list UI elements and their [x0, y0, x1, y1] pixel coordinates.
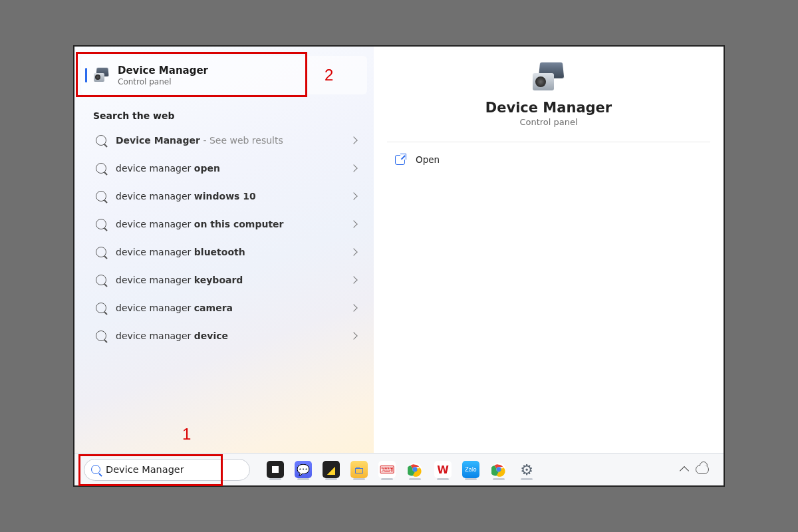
open-icon	[395, 155, 405, 165]
web-result-text: device manager keyboard	[116, 275, 351, 285]
web-result-text: device manager device	[116, 331, 351, 341]
web-result-row[interactable]: Device Manager - See web results	[80, 126, 368, 154]
task-view-icon	[267, 461, 284, 478]
taskbar-chrome2[interactable]	[487, 458, 511, 481]
app-unikey-icon: ⌨	[378, 461, 396, 478]
onedrive-icon[interactable]	[696, 465, 709, 474]
chevron-right-icon	[350, 276, 357, 283]
open-label: Open	[416, 154, 440, 165]
detail-subtitle: Control panel	[374, 117, 724, 127]
app-chat-icon: 💬	[295, 461, 312, 478]
search-icon	[96, 275, 106, 285]
taskbar-zalo[interactable]: Zalo	[459, 458, 483, 481]
search-icon	[96, 219, 106, 229]
results-column: Device Manager Control panel 2 Search th…	[74, 47, 374, 454]
device-manager-icon-large	[530, 61, 567, 93]
best-match-title: Device Manager	[118, 65, 358, 76]
web-results-list: Device Manager - See web resultsdevice m…	[74, 126, 374, 350]
wps-icon: W	[434, 461, 452, 478]
device-manager-icon	[92, 67, 111, 83]
web-result-text: device manager on this computer	[116, 219, 351, 229]
taskbar: 💬◢🗀⌨WZalo⚙	[74, 453, 724, 485]
chevron-right-icon	[350, 192, 357, 200]
app-note-icon: ◢	[323, 461, 340, 478]
chevron-right-icon	[350, 164, 357, 172]
web-result-text: Device Manager - See web results	[116, 135, 351, 146]
screenshot-frame: Device Manager Control panel 2 Search th…	[73, 45, 725, 487]
chevron-right-icon	[350, 248, 357, 255]
chrome-icon	[406, 461, 424, 478]
detail-title: Device Manager	[374, 100, 724, 116]
taskbar-settings[interactable]: ⚙	[515, 458, 539, 481]
web-result-row[interactable]: device manager on this computer	[80, 210, 368, 238]
web-result-text: device manager camera	[116, 303, 351, 313]
chevron-right-icon	[350, 220, 357, 227]
annotation-number-1: 1	[182, 425, 191, 444]
search-icon	[96, 163, 106, 174]
taskbar-app-unikey[interactable]: ⌨	[375, 458, 399, 481]
web-result-text: device manager windows 10	[116, 191, 351, 201]
best-match-result[interactable]: Device Manager Control panel 2	[81, 56, 367, 94]
settings-icon: ⚙	[518, 461, 535, 478]
search-icon	[91, 465, 100, 474]
detail-column: Device Manager Control panel Open	[374, 47, 724, 454]
taskbar-items: 💬◢🗀⌨WZalo⚙	[263, 458, 539, 481]
web-result-text: device manager bluetooth	[116, 247, 351, 257]
search-icon	[96, 135, 106, 146]
tray-overflow-icon[interactable]	[680, 466, 689, 475]
web-result-row[interactable]: device manager keyboard	[80, 266, 368, 294]
search-icon	[96, 303, 106, 313]
web-result-row[interactable]: device manager windows 10	[80, 182, 368, 210]
chevron-right-icon	[350, 332, 357, 339]
system-tray[interactable]	[681, 465, 714, 474]
web-result-row[interactable]: device manager open	[80, 154, 368, 182]
taskbar-app-chat[interactable]: 💬	[291, 458, 315, 481]
taskbar-task-view[interactable]	[263, 458, 287, 481]
search-icon	[96, 331, 106, 341]
taskbar-wps[interactable]: W	[431, 458, 455, 481]
web-result-row[interactable]: device manager device	[80, 322, 368, 350]
selection-indicator	[85, 68, 87, 82]
search-icon	[96, 247, 106, 257]
search-icon	[96, 191, 106, 201]
web-result-text: device manager open	[116, 163, 351, 174]
chevron-right-icon	[350, 304, 357, 311]
best-match-subtitle: Control panel	[118, 77, 358, 86]
search-input[interactable]	[106, 464, 245, 475]
taskbar-file-explorer[interactable]: 🗀	[347, 458, 371, 481]
annotation-number-2: 2	[325, 66, 333, 84]
web-result-row[interactable]: device manager camera	[80, 294, 368, 322]
zalo-icon: Zalo	[462, 461, 479, 478]
open-action[interactable]: Open	[374, 142, 724, 177]
web-result-row[interactable]: device manager bluetooth	[80, 238, 368, 266]
taskbar-chrome[interactable]	[403, 458, 427, 481]
taskbar-app-note[interactable]: ◢	[319, 458, 343, 481]
chevron-right-icon	[350, 136, 357, 144]
web-results-header: Search the web	[93, 110, 374, 121]
file-explorer-icon: 🗀	[350, 461, 368, 478]
taskbar-search[interactable]	[84, 459, 250, 481]
search-panel: Device Manager Control panel 2 Search th…	[74, 47, 724, 454]
chrome2-icon	[490, 461, 507, 478]
